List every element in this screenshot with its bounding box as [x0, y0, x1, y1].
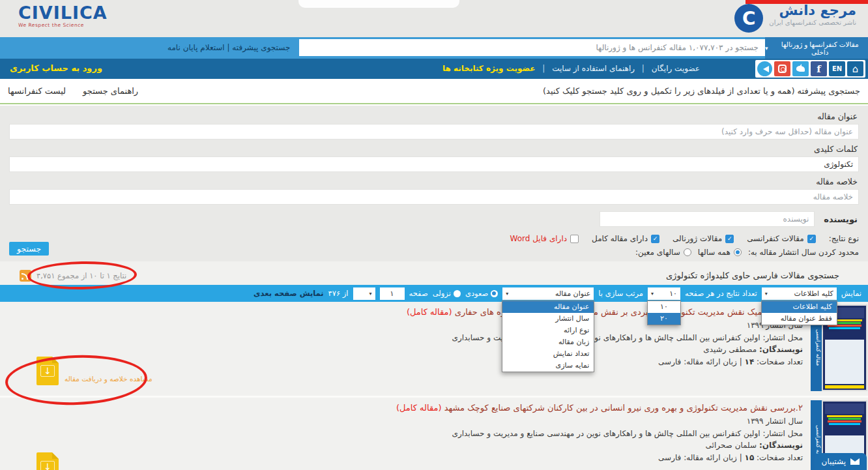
- sort-option[interactable]: زبان مقاله: [502, 336, 594, 348]
- sort-option[interactable]: سال انتشار: [502, 313, 594, 325]
- tab-conference-list[interactable]: لیست کنفرانسها: [8, 86, 66, 96]
- keywords-input[interactable]: [9, 156, 859, 172]
- radio-selected-icon: [734, 248, 742, 256]
- down-arrow-icon: ↓: [40, 365, 55, 377]
- chevron-down-icon: ▾: [651, 291, 654, 297]
- twitter-icon[interactable]: [792, 61, 809, 76]
- separator: |: [542, 64, 545, 73]
- per-page-option[interactable]: ۱۰: [648, 301, 680, 313]
- radio-all-years[interactable]: همه سالها: [698, 248, 742, 257]
- pages-value: ۱۵: [745, 453, 755, 462]
- display-option[interactable]: فقط عنوان مقاله: [762, 313, 837, 325]
- login-link[interactable]: ورود به حساب کاربری: [10, 63, 102, 73]
- result-title-text[interactable]: ۲.بررسی نقش مدیریت تکنولوژی و بهره وری ن…: [444, 403, 803, 413]
- display-select[interactable]: کلیه اطلاعات ▾ کلیه اطلاعات فقط عنوان مق…: [762, 287, 837, 300]
- checkbox-word-file[interactable]: دارای فایل Word: [510, 234, 579, 243]
- authors-names[interactable]: مصطفی رشیدی: [703, 345, 757, 354]
- keywords-label: کلمات کلیدی: [10, 144, 858, 154]
- document-download-icon[interactable]: ↓: [36, 357, 59, 385]
- envelope-icon: [850, 458, 860, 465]
- display-dropdown-list: کلیه اطلاعات فقط عنوان مقاله: [761, 301, 837, 325]
- sort-option[interactable]: عنوان مقاله: [502, 301, 594, 313]
- next-page-link[interactable]: نمایش صفحه بعدی: [253, 289, 324, 298]
- support-label: پشتیبان: [822, 457, 846, 466]
- result-type-row: نوع نتایج: ✓ مقالات کنفرانسی ✓ مقالات ژو…: [9, 234, 859, 243]
- civilica-search-page: CIVILICA We Respect the Science C مرجع د…: [0, 0, 868, 470]
- page-label: صفحه: [409, 289, 428, 298]
- checkbox-journal-articles[interactable]: ✓ مقالات ژورنالی: [673, 234, 734, 243]
- download-article-link[interactable]: ↓ مشاهده خلاصه و دریافت مقاله: [36, 357, 152, 385]
- sort-select-value: عنوان مقاله: [555, 289, 590, 298]
- advanced-search-title: جستجوی پیشرفته (همه و یا تعدادی از فیلده…: [543, 86, 860, 96]
- search-scope-dropdown[interactable]: مقالات کنفرانسها و ژورنالها داخلی ▾: [765, 37, 868, 59]
- result-title[interactable]: ۲.بررسی نقش مدیریت تکنولوژی و بهره وری ن…: [150, 402, 803, 414]
- radio-sort-ascending[interactable]: صعودی: [465, 289, 498, 298]
- result-title[interactable]: ۱.تحلیل دینامیک نقش مدیریت تکنولوژی پیشب…: [150, 306, 803, 318]
- page-jump-select[interactable]: ▾: [353, 287, 375, 300]
- authors-label: نویسندگان:: [759, 441, 803, 450]
- support-chat-button[interactable]: پشتیبان: [815, 453, 867, 470]
- page-number-input[interactable]: [380, 287, 405, 300]
- download-article-link[interactable]: ↓ مشاهده خلاصه و دریافت مقاله: [36, 452, 152, 470]
- checkbox-label: دارای فایل Word: [510, 234, 568, 243]
- results-summary: نتایج ۱ تا ۱۰ از مجموع ۴,۷۵۱: [36, 271, 126, 280]
- per-page-select[interactable]: ۱۰ ▾ ۱۰ ۲۰: [648, 287, 680, 300]
- sort-option[interactable]: تعداد نمایش: [502, 348, 594, 360]
- civilica-logo[interactable]: CIVILICA We Respect the Science: [18, 4, 108, 28]
- result-pages: تعداد صفحات: ۱۵ | زبان ارائه مقاله: فارس…: [150, 452, 803, 464]
- authors-names[interactable]: سلمان صحرائی: [706, 441, 757, 450]
- result-authors: نویسندگان: سلمان صحرائی: [150, 439, 803, 452]
- radio-label: صعودی: [465, 289, 488, 298]
- rss-icon[interactable]: [20, 270, 31, 282]
- sort-option[interactable]: نمایه سازی: [502, 360, 594, 372]
- search-submit-button[interactable]: جستجو: [9, 242, 49, 256]
- social-icons-box: f EN ⌂: [755, 60, 865, 78]
- sort-select[interactable]: عنوان مقاله ▾ عنوان مقاله سال انتشار نوع…: [502, 287, 594, 300]
- instagram-icon[interactable]: [774, 61, 790, 76]
- civilica-logo-text: CIVILICA: [18, 4, 108, 22]
- per-page-option[interactable]: ۲۰: [648, 313, 680, 325]
- article-title-input[interactable]: [9, 124, 859, 140]
- radio-specific-years[interactable]: سالهای معین:: [635, 248, 691, 257]
- display-select-value: کلیه اطلاعات: [794, 289, 833, 298]
- sort-option[interactable]: نوع ارائه: [502, 325, 594, 336]
- author-label: نویسنده: [824, 214, 858, 224]
- main-navbar: f EN ⌂ عضویت رایگان | راهنمای استفاده از…: [0, 59, 868, 79]
- tab-search-guide[interactable]: راهنمای جستجو: [83, 86, 138, 96]
- results-toolbar: نمایش کلیه اطلاعات ▾ کلیه اطلاعات فقط عن…: [0, 285, 868, 302]
- language-switch-en[interactable]: EN: [829, 61, 845, 76]
- chevron-down-icon: ▾: [369, 291, 372, 297]
- checkbox-unchecked-icon: [570, 235, 579, 243]
- download-link-text[interactable]: مشاهده خلاصه و دریافت مقاله: [65, 375, 152, 385]
- abstract-input[interactable]: [9, 189, 859, 205]
- nav-link-library-membership[interactable]: عضویت ویژه کتابخانه ها: [442, 64, 535, 73]
- down-arrow-icon: ↓: [40, 461, 55, 470]
- telegram-icon[interactable]: [757, 61, 772, 76]
- search-bar: مقالات کنفرانسها و ژورنالها داخلی ▾ جستج…: [0, 37, 868, 59]
- author-input[interactable]: [600, 211, 815, 227]
- pages-language: | زبان ارائه مقاله: فارسی: [658, 357, 742, 366]
- radio-label: سالهای معین:: [635, 248, 680, 257]
- checkbox-label: دارای مقاله کامل: [592, 234, 648, 243]
- checkbox-full-article[interactable]: ✓ دارای مقاله کامل: [592, 234, 659, 243]
- brand-block[interactable]: C مرجع دانش ناشر تخصصی کنفرانسهای ایران: [734, 2, 856, 33]
- nav-link-free-membership[interactable]: عضویت رایگان: [652, 64, 700, 73]
- facebook-icon[interactable]: f: [811, 61, 827, 76]
- navbar-links: عضویت رایگان | راهنمای استفاده از سایت |…: [442, 64, 700, 73]
- radio-icon: [684, 248, 691, 256]
- form-tabs-row: جستجوی پیشرفته (همه و یا تعدادی از فیلده…: [0, 79, 868, 104]
- result-venue: محل انتشار: اولین کنفرانس بین المللی چال…: [150, 428, 803, 440]
- display-option[interactable]: کلیه اطلاعات: [762, 301, 837, 313]
- main-search-input[interactable]: [299, 39, 765, 56]
- nav-link-site-guide[interactable]: راهنمای استفاده از سایت: [552, 64, 635, 73]
- home-icon[interactable]: ⌂: [847, 61, 863, 76]
- advanced-search-links[interactable]: جستجوی پیشرفته | استعلام پایان نامه: [167, 43, 290, 52]
- per-page-dropdown-list: ۱۰ ۲۰: [647, 301, 681, 325]
- checkbox-conference-articles[interactable]: ✓ مقالات کنفرانسی: [747, 234, 816, 243]
- separator: |: [642, 64, 644, 73]
- checkbox-label: مقالات ژورنالی: [673, 234, 722, 243]
- result-item: ۱.تحلیل دینامیک نقش مدیریت تکنولوژی پیشب…: [0, 302, 868, 394]
- radio-sort-descending[interactable]: نزولی: [433, 289, 461, 298]
- result-authors: نویسندگان: مصطفی رشیدی: [150, 344, 803, 356]
- document-download-icon[interactable]: ↓: [36, 452, 59, 470]
